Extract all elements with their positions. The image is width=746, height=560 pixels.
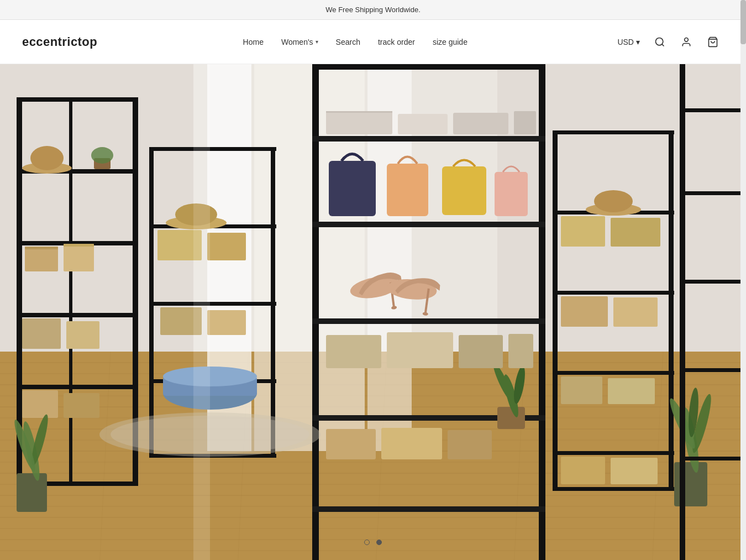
svg-point-55 <box>91 147 113 164</box>
svg-rect-83 <box>442 166 486 215</box>
svg-rect-97 <box>387 332 453 368</box>
womens-dropdown-icon: ▾ <box>316 39 318 45</box>
svg-rect-74 <box>312 318 545 324</box>
account-button[interactable] <box>675 31 697 53</box>
svg-rect-102 <box>448 430 492 459</box>
svg-rect-48 <box>64 244 94 271</box>
svg-rect-77 <box>326 111 392 134</box>
slider-dot-1[interactable] <box>364 540 370 545</box>
svg-rect-81 <box>514 111 536 134</box>
svg-rect-40 <box>17 313 138 317</box>
svg-rect-58 <box>149 147 276 151</box>
svg-rect-100 <box>326 429 376 459</box>
svg-point-141 <box>111 416 309 453</box>
svg-rect-43 <box>69 97 72 484</box>
svg-rect-116 <box>608 378 655 404</box>
slider-dots <box>364 540 382 545</box>
svg-rect-111 <box>561 216 605 247</box>
svg-rect-50 <box>22 318 61 349</box>
header: eccentrictop Home Women's ▾ Search track… <box>0 20 746 64</box>
svg-rect-114 <box>613 297 658 327</box>
logo[interactable]: eccentrictop <box>22 35 97 49</box>
svg-point-0 <box>655 38 663 45</box>
svg-rect-78 <box>326 111 392 113</box>
nav-home[interactable]: Home <box>243 38 264 46</box>
svg-rect-51 <box>66 321 99 349</box>
svg-rect-115 <box>561 376 602 404</box>
header-actions: USD ▾ <box>613 31 724 53</box>
svg-rect-79 <box>398 114 448 134</box>
svg-rect-110 <box>553 487 674 491</box>
svg-rect-105 <box>553 130 674 134</box>
svg-rect-52 <box>22 390 58 418</box>
nav-search[interactable]: Search <box>336 38 360 46</box>
hero-background <box>0 64 746 560</box>
svg-rect-37 <box>17 97 138 102</box>
currency-label: USD <box>617 38 634 46</box>
svg-rect-98 <box>459 335 503 368</box>
svg-rect-108 <box>553 371 674 375</box>
svg-rect-101 <box>381 428 442 459</box>
svg-rect-64 <box>207 233 246 260</box>
svg-rect-134 <box>680 64 685 560</box>
cart-button[interactable] <box>702 31 724 53</box>
svg-rect-80 <box>453 113 508 134</box>
svg-rect-112 <box>611 218 660 247</box>
svg-rect-73 <box>312 222 545 227</box>
svg-point-45 <box>30 146 64 170</box>
svg-rect-71 <box>312 64 545 70</box>
svg-rect-135 <box>680 108 746 112</box>
svg-rect-139 <box>680 457 746 460</box>
nav-track-order[interactable]: track order <box>378 38 415 46</box>
svg-rect-49 <box>64 244 94 247</box>
svg-rect-53 <box>64 393 99 418</box>
svg-rect-99 <box>508 334 533 368</box>
scrollbar-thumb[interactable] <box>740 0 746 44</box>
scrollbar[interactable] <box>740 0 746 560</box>
svg-rect-47 <box>25 247 58 249</box>
svg-rect-118 <box>611 458 658 484</box>
svg-rect-41 <box>17 385 138 389</box>
search-button[interactable] <box>649 31 671 53</box>
svg-rect-46 <box>25 247 58 271</box>
svg-rect-107 <box>553 291 674 295</box>
hero-scene-svg <box>0 64 746 560</box>
announcement-text: We Free Shipping Worldwide. <box>325 6 421 14</box>
svg-rect-113 <box>561 296 608 327</box>
svg-rect-104 <box>669 130 674 490</box>
svg-line-1 <box>662 44 664 46</box>
slider-dot-2[interactable] <box>376 540 382 545</box>
svg-rect-133 <box>193 64 210 560</box>
svg-rect-121 <box>674 462 707 506</box>
announcement-bar: We Free Shipping Worldwide. <box>0 0 746 20</box>
svg-rect-72 <box>312 136 545 142</box>
svg-rect-137 <box>680 280 746 284</box>
search-icon <box>654 36 665 48</box>
currency-selector[interactable]: USD ▾ <box>613 34 644 50</box>
svg-rect-82 <box>387 164 428 216</box>
svg-rect-138 <box>680 368 746 372</box>
svg-point-120 <box>594 190 633 212</box>
hero-section <box>0 64 746 560</box>
svg-rect-66 <box>207 310 246 335</box>
svg-rect-136 <box>680 191 746 195</box>
svg-rect-85 <box>329 161 376 216</box>
nav: Home Women's ▾ Search track order size g… <box>243 38 467 46</box>
svg-point-2 <box>685 38 689 41</box>
nav-womens[interactable]: Women's ▾ <box>281 38 318 46</box>
user-icon <box>681 36 692 48</box>
cart-icon <box>707 36 718 48</box>
svg-rect-92 <box>497 407 525 429</box>
svg-rect-117 <box>561 457 605 484</box>
svg-rect-76 <box>312 506 545 512</box>
currency-dropdown-icon: ▾ <box>636 38 640 46</box>
svg-rect-103 <box>553 130 558 490</box>
svg-rect-60 <box>149 302 276 306</box>
svg-rect-84 <box>495 172 528 216</box>
svg-rect-126 <box>17 473 47 512</box>
svg-rect-109 <box>553 451 674 455</box>
svg-rect-96 <box>326 335 381 368</box>
nav-size-guide[interactable]: size guide <box>433 38 467 46</box>
